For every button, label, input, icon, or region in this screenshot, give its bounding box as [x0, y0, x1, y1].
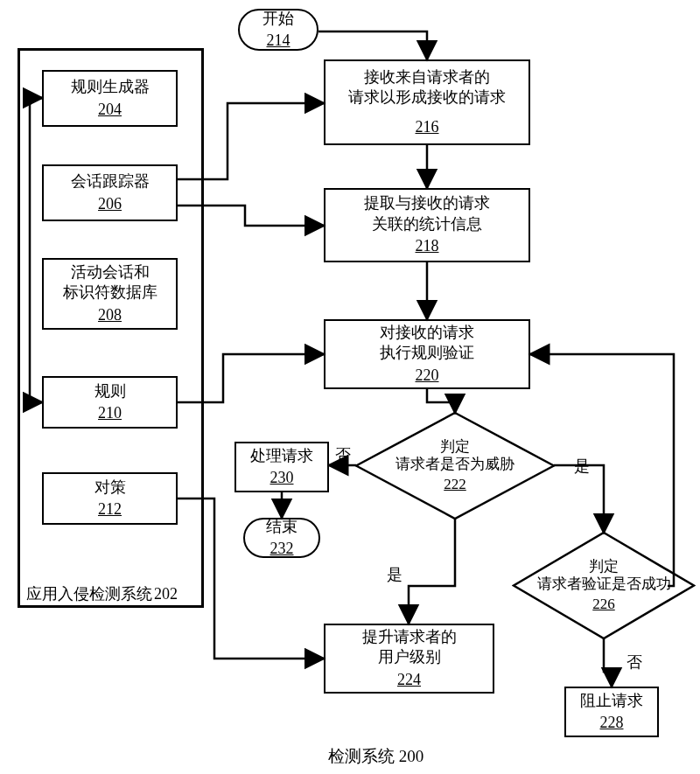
- branch-224-yes: 是: [387, 564, 402, 585]
- start-label: 开始: [262, 9, 294, 29]
- decision-222: 判定 请求者是否为威胁 222: [354, 411, 556, 520]
- node-220-label: 对接收的请求 执行规则验证: [380, 323, 474, 364]
- decision-226: 判定 请求者验证是否成功 226: [512, 531, 696, 640]
- box-204-label: 规则生成器: [71, 77, 150, 97]
- box-210-label: 规则: [94, 381, 126, 401]
- start-num: 214: [267, 31, 290, 51]
- branch-226-no: 否: [626, 652, 642, 673]
- box-208-label: 活动会话和 标识符数据库: [63, 262, 158, 303]
- caption: 检测系统 200: [328, 745, 424, 768]
- box-204-num: 204: [98, 100, 122, 120]
- end-label: 结束: [266, 517, 298, 537]
- node-230-label: 处理请求: [250, 446, 313, 466]
- box-206: 会话跟踪器 206: [42, 164, 178, 221]
- box-212-label: 对策: [94, 478, 126, 498]
- end-num: 232: [270, 539, 294, 559]
- node-228-label: 阻止请求: [580, 691, 643, 711]
- node-220-num: 220: [416, 366, 439, 386]
- node-220: 对接收的请求 执行规则验证 220: [324, 319, 530, 389]
- node-216-label: 接收来自请求者的 请求以形成接收的请求: [348, 67, 506, 108]
- d222-label: 判定 请求者是否为威胁: [396, 438, 514, 474]
- box-208-num: 208: [98, 305, 122, 325]
- node-230-num: 230: [270, 468, 294, 488]
- box-210-num: 210: [98, 403, 122, 423]
- branch-222-no: 否: [335, 444, 351, 465]
- box-212: 对策 212: [42, 472, 178, 525]
- box-204: 规则生成器 204: [42, 70, 178, 127]
- box-212-num: 212: [98, 499, 122, 519]
- node-224-label: 提升请求者的 用户级别: [362, 627, 457, 668]
- node-224-num: 224: [397, 670, 421, 690]
- node-224: 提升请求者的 用户级别 224: [324, 624, 494, 694]
- node-218-label: 提取与接收的请求 关联的统计信息: [364, 193, 490, 234]
- d222-num: 222: [444, 476, 466, 493]
- d226-label: 判定 请求者验证是否成功: [537, 558, 671, 594]
- box-210: 规则 210: [42, 376, 178, 429]
- end-terminal: 结束 232: [243, 518, 320, 558]
- node-228-num: 228: [600, 713, 624, 733]
- node-218-num: 218: [416, 236, 439, 256]
- node-216: 接收来自请求者的 请求以形成接收的请求 216: [324, 59, 530, 145]
- system-frame-label: 应用入侵检测系统202: [26, 583, 178, 604]
- node-218: 提取与接收的请求 关联的统计信息 218: [324, 188, 530, 262]
- d226-num: 226: [592, 596, 615, 613]
- box-206-label: 会话跟踪器: [71, 171, 150, 192]
- node-228: 阻止请求 228: [564, 687, 659, 737]
- node-230: 处理请求 230: [234, 442, 329, 492]
- node-216-num: 216: [416, 117, 439, 137]
- start-terminal: 开始 214: [238, 9, 318, 51]
- branch-222-yes: 是: [574, 456, 590, 477]
- box-206-num: 206: [98, 194, 122, 214]
- frame-label-num: 202: [154, 585, 178, 603]
- box-208: 活动会话和 标识符数据库 208: [42, 258, 178, 330]
- frame-label-text: 应用入侵检测系统: [26, 585, 152, 603]
